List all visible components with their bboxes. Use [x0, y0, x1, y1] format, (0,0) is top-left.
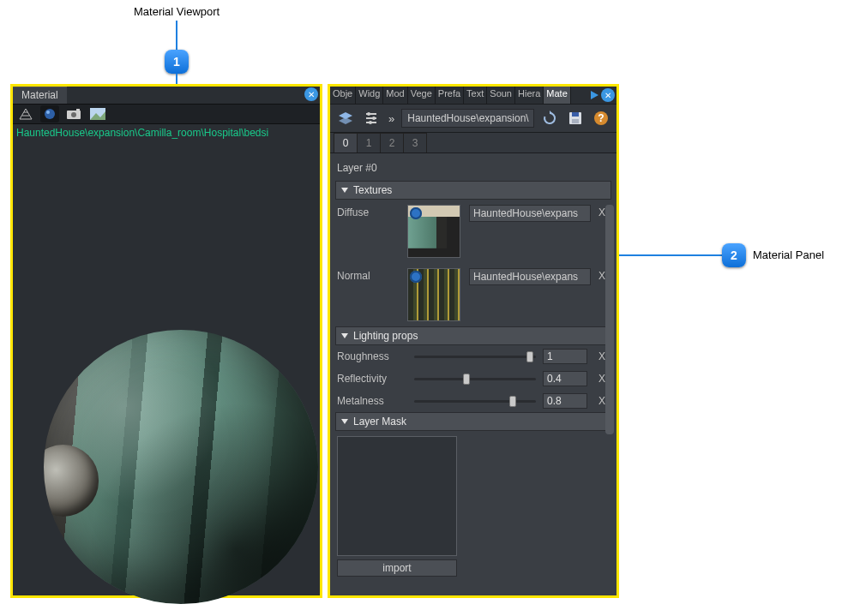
callout-panel-label: Material Panel [753, 248, 824, 261]
layer-tab-2[interactable]: 2 [380, 133, 404, 153]
tab-hierarchy[interactable]: Hiera [515, 87, 544, 104]
save-icon[interactable] [565, 108, 586, 129]
breadcrumb-chevron-icon: » [387, 112, 396, 125]
texture-label: Normal [337, 268, 399, 282]
callout-balloon-2: 2 [722, 243, 746, 267]
layer-tab-1[interactable]: 1 [357, 133, 381, 153]
layers-icon[interactable] [335, 108, 356, 129]
material-viewport-panel: Material ✕ HauntedHouse\expansion\Camill… [10, 84, 322, 598]
panel-top-tabstrip: Obje Widg Mod Vege Prefa Text Soun Hiera… [330, 87, 616, 104]
layer-name-label: Layer #0 [335, 158, 611, 181]
tab-textures[interactable]: Text [464, 87, 487, 104]
viewport-canvas[interactable] [13, 141, 320, 595]
callout-line [176, 21, 177, 51]
collapse-triangle-icon [341, 188, 348, 193]
settings-sliders-icon[interactable] [361, 108, 382, 129]
section-title: Textures [353, 184, 392, 196]
texture-label: Diffuse [337, 205, 399, 218]
svg-point-0 [45, 109, 55, 119]
section-title: Layer Mask [353, 416, 406, 428]
prop-row-roughness: Roughness 1 X [335, 345, 611, 368]
panel-scrollbar[interactable] [605, 205, 614, 587]
svg-rect-18 [572, 119, 579, 123]
prop-label: Reflectivity [337, 373, 407, 385]
reflectivity-slider[interactable] [414, 372, 536, 386]
viewport-tab-material[interactable]: Material [13, 87, 67, 104]
visibility-eye-icon[interactable] [410, 271, 422, 283]
svg-marker-8 [339, 117, 352, 124]
prop-row-reflectivity: Reflectivity 0.4 X [335, 368, 611, 390]
roughness-value-input[interactable]: 1 [543, 349, 587, 364]
import-mask-button[interactable]: import [337, 559, 457, 577]
tab-objects[interactable]: Obje [330, 87, 356, 104]
section-header-textures[interactable]: Textures [335, 181, 611, 200]
layer-mask-area: import [335, 431, 611, 580]
tab-vegetation[interactable]: Vege [408, 87, 436, 104]
asset-path-label: HauntedHouse\expansion\Camilla_room\Hosp… [13, 124, 320, 141]
material-path-input[interactable]: HauntedHouse\expansion\ [401, 109, 534, 128]
material-panel: Obje Widg Mod Vege Prefa Text Soun Hiera… [328, 84, 619, 598]
prop-label: Metalness [337, 395, 407, 407]
collapse-triangle-icon [341, 333, 348, 338]
panel-body: Layer #0 Textures Diffuse HauntedHouse\e… [330, 153, 616, 595]
help-icon[interactable]: ? [591, 108, 611, 129]
roughness-slider[interactable] [414, 350, 536, 363]
material-preview-sphere [44, 330, 318, 604]
viewport-close-button[interactable]: ✕ [304, 87, 318, 101]
sphere-shaded-icon[interactable] [40, 105, 59, 123]
play-icon[interactable] [591, 91, 598, 99]
layer-mask-slot[interactable] [337, 436, 457, 556]
svg-rect-4 [76, 109, 80, 111]
viewport-tabbar: Material ✕ [13, 87, 320, 104]
metalness-slider[interactable] [414, 394, 536, 408]
layer-subtabs: 0 1 2 3 [330, 133, 616, 153]
viewport-toolbar [13, 104, 320, 124]
tab-prefabs[interactable]: Prefa [436, 87, 464, 104]
section-header-mask[interactable]: Layer Mask [335, 412, 611, 431]
visibility-eye-icon[interactable] [410, 207, 422, 219]
texture-row-diffuse: Diffuse HauntedHouse\expans X [335, 200, 611, 263]
reflectivity-value-input[interactable]: 0.4 [543, 371, 587, 386]
svg-point-1 [46, 111, 50, 114]
wireframe-icon[interactable] [16, 105, 35, 123]
texture-row-normal: Normal HauntedHouse\expans X [335, 263, 611, 326]
svg-point-3 [71, 112, 76, 117]
prop-label: Roughness [337, 350, 407, 362]
prop-row-metalness: Metalness 0.8 X [335, 390, 611, 412]
callout-viewport-label: Material Viewport [134, 5, 220, 18]
refresh-icon[interactable] [539, 108, 560, 129]
normal-thumbnail[interactable] [407, 268, 460, 321]
close-icon: ✕ [308, 90, 315, 99]
tab-modifiers[interactable]: Mod [383, 87, 407, 104]
close-icon: ✕ [604, 91, 611, 100]
tab-sounds[interactable]: Soun [487, 87, 515, 104]
svg-rect-17 [572, 112, 579, 117]
svg-point-13 [372, 117, 376, 120]
svg-point-14 [369, 121, 372, 124]
section-header-lighting[interactable]: Lighting props [335, 326, 611, 345]
panel-toolbar: » HauntedHouse\expansion\ ? [330, 104, 616, 133]
svg-point-12 [367, 112, 370, 116]
layer-tab-3[interactable]: 3 [403, 133, 427, 153]
camera-snapshot-icon[interactable] [64, 105, 83, 123]
diffuse-path-input[interactable]: HauntedHouse\expans [469, 205, 591, 222]
callout-balloon-1: 1 [165, 50, 189, 74]
tab-widgets[interactable]: Widg [356, 87, 383, 104]
diffuse-thumbnail[interactable] [407, 205, 460, 258]
tab-material[interactable]: Mate [544, 87, 570, 104]
metalness-value-input[interactable]: 0.8 [543, 393, 587, 409]
collapse-triangle-icon [341, 419, 348, 424]
svg-text:?: ? [598, 112, 604, 124]
layer-tab-0[interactable]: 0 [334, 133, 358, 153]
background-image-icon[interactable] [88, 105, 107, 123]
normal-path-input[interactable]: HauntedHouse\expans [469, 268, 591, 285]
section-title: Lighting props [353, 330, 418, 342]
panel-close-button[interactable]: ✕ [601, 88, 615, 102]
